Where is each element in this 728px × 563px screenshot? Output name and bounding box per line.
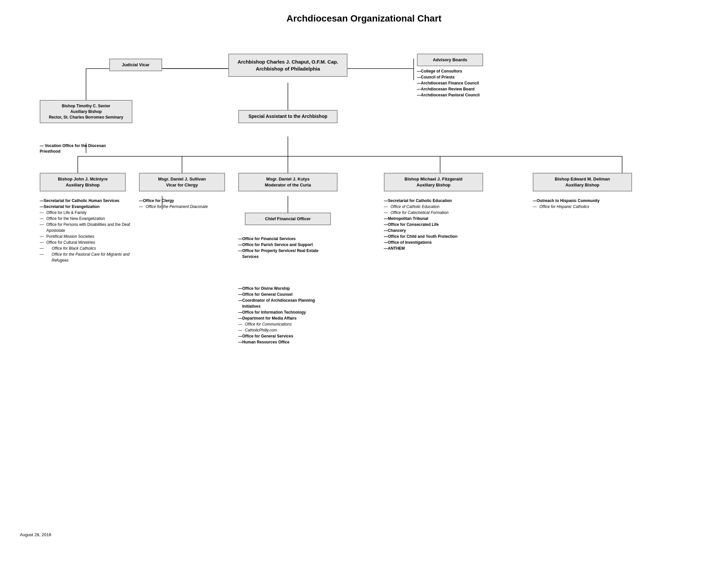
kd-item-1: Office for General Counsel xyxy=(238,292,331,298)
c4-item-2: Office for Catechetical Formation xyxy=(384,210,483,215)
c5-item-0: Outreach to Hispanic Community xyxy=(533,198,625,204)
column5-items: Outreach to Hispanic Community Office fo… xyxy=(533,198,625,210)
bishop-senior-office: — Vocation Office for the Diocesan Pries… xyxy=(40,143,126,154)
sullivan-box: Msgr. Daniel J. Sullivan Vicar for Clerg… xyxy=(139,173,225,191)
kutys-title: Moderator of the Curia xyxy=(243,182,333,188)
bishop-senior-office-label: Vocation Office for the Diocesan Priesth… xyxy=(40,143,106,154)
archbishop-name: Archbishop Charles J. Chaput, O.F.M. Cap… xyxy=(236,58,340,65)
bishop-mcintyre-name: Bishop John J. McIntyre xyxy=(44,176,121,182)
cfo-item-2: Office for Property Services/ Real Estat… xyxy=(238,248,331,259)
kd-item-3: Office for Information Technology xyxy=(238,309,331,315)
special-assistant-box: Special Assistant to the Archbishop xyxy=(238,110,338,123)
kd-item-4: Department for Media Affairs xyxy=(238,315,331,321)
date-label: August 28, 2018 xyxy=(20,532,51,537)
c1-item-0: Secretariat for Catholic Human Services xyxy=(40,198,132,204)
kd-item-6: CatholicPhilly.com xyxy=(238,327,331,333)
kd-item-2: Coordinator of Archdiocesan Planning Ini… xyxy=(238,298,331,309)
kd-item-5: Office for Communications xyxy=(238,321,331,327)
cfo-items: Office for Financial Services Office for… xyxy=(238,236,331,259)
c2-item-0: Office for Clergy xyxy=(139,198,225,204)
c1-item-2: Office for Life & Family xyxy=(40,210,132,215)
column4-items: Secretariat for Catholic Education Offic… xyxy=(384,198,483,251)
advisory-item-2: Council of Priests xyxy=(417,74,516,80)
bishop-senior-box: Bishop Timothy C. Senior Auxiliary Bisho… xyxy=(40,100,132,123)
sullivan-title: Vicar for Clergy xyxy=(144,182,220,188)
c1-item-1: Secretariat for Evangelization xyxy=(40,204,132,210)
c4-item-8: ANTHEM xyxy=(384,245,483,251)
c1-item-8: Office for the Pastoral Care for Migrant… xyxy=(40,251,132,263)
column1-items: Secretariat for Catholic Human Services … xyxy=(40,198,132,263)
page-title: Archdiocesan Organizational Chart xyxy=(20,13,708,24)
column1-list: Secretariat for Catholic Human Services … xyxy=(40,198,132,263)
bishop-senior-name: Bishop Timothy C. Senior xyxy=(44,103,128,109)
c4-item-1: Office of Catholic Education xyxy=(384,204,483,210)
advisory-boards-box: Advisory Boards xyxy=(417,54,483,66)
c1-item-4: Office for Persons with Disabilities and… xyxy=(40,221,132,233)
kutys-box: Msgr. Daniel J. Kutys Moderator of the C… xyxy=(238,173,338,191)
column2-items: Office for Clergy Office for the Permane… xyxy=(139,198,225,210)
advisory-boards-label: Advisory Boards xyxy=(433,57,467,62)
column2-list: Office for Clergy Office for the Permane… xyxy=(139,198,225,210)
c4-item-5: Chancery xyxy=(384,227,483,233)
cfo-box: Chief Financial Officer xyxy=(245,212,331,225)
kd-item-7: Office for General Services xyxy=(238,333,331,339)
c4-item-6: Office for Child and Youth Protection xyxy=(384,233,483,239)
archbishop-title: Archbishop of Philadelphia xyxy=(236,65,340,72)
column5-list: Outreach to Hispanic Community Office fo… xyxy=(533,198,625,210)
fitzgerald-title: Auxiliary Bishop xyxy=(388,182,478,188)
c4-item-0: Secretariat for Catholic Education xyxy=(384,198,483,204)
c1-item-7: Office for Black Catholics xyxy=(40,245,132,251)
kutys-direct-items: Office for Divine Worship Office for Gen… xyxy=(238,286,331,345)
kd-item-0: Office for Divine Worship xyxy=(238,286,331,292)
fitzgerald-name: Bishop Michael J. Fitzgerald xyxy=(388,176,478,182)
judicial-vicar-box: Judicial Vicar xyxy=(109,59,162,71)
advisory-boards-list: College of Consultors Council of Priests… xyxy=(417,68,516,98)
cfo-list: Office for Financial Services Office for… xyxy=(238,236,331,259)
c5-item-1: Office for Hispanic Catholics xyxy=(533,204,625,210)
archbishop-box: Archbishop Charles J. Chaput, O.F.M. Cap… xyxy=(228,54,347,77)
column4-list: Secretariat for Catholic Education Offic… xyxy=(384,198,483,251)
c4-item-3: Metropolitan Tribunal xyxy=(384,215,483,221)
sullivan-name: Msgr. Daniel J. Sullivan xyxy=(144,176,220,182)
c4-item-7: Office of Investigations xyxy=(384,239,483,245)
deliman-box: Bishop Edward M. Deliman Auxiliary Bisho… xyxy=(533,173,632,191)
special-assistant-label: Special Assistant to the Archbishop xyxy=(249,114,328,119)
bishop-senior-title: Auxiliary Bishop xyxy=(44,109,128,115)
c2-item-1: Office for the Permanent Diaconate xyxy=(139,204,225,210)
org-chart: Archbishop Charles J. Chaput, O.F.M. Cap… xyxy=(20,34,708,550)
advisory-item-3: Archdiocesan Finance Council xyxy=(417,80,516,86)
kd-item-8: Human Resources Office xyxy=(238,339,331,345)
fitzgerald-box: Bishop Michael J. Fitzgerald Auxiliary B… xyxy=(384,173,483,191)
cfo-item-0: Office for Financial Services xyxy=(238,236,331,242)
kutys-direct-list: Office for Divine Worship Office for Gen… xyxy=(238,286,331,345)
c1-item-5: Pontifical Mission Societies xyxy=(40,233,132,239)
cfo-label: Chief Financial Officer xyxy=(265,216,311,221)
c1-item-6: Office for Cultural Ministries xyxy=(40,239,132,245)
c1-item-3: Office for the New Evangelization xyxy=(40,215,132,221)
bishop-senior-role: Rector, St. Charles Borromeo Seminary xyxy=(44,115,128,120)
judicial-vicar-label: Judicial Vicar xyxy=(122,62,150,67)
deliman-title: Auxiliary Bishop xyxy=(537,182,627,188)
advisory-item-1: College of Consultors xyxy=(417,68,516,74)
cfo-item-1: Office for Parish Service and Support xyxy=(238,242,331,248)
deliman-name: Bishop Edward M. Deliman xyxy=(537,176,627,182)
c4-item-4: Office for Consecrated Life xyxy=(384,221,483,227)
bishop-mcintyre-title: Auxiliary Bishop xyxy=(44,182,121,188)
advisory-item-5: Archdiocesan Pastoral Council xyxy=(417,92,516,98)
bishop-mcintyre-box: Bishop John J. McIntyre Auxiliary Bishop xyxy=(40,173,126,191)
advisory-item-4: Archdiocesan Review Board xyxy=(417,86,516,92)
kutys-name: Msgr. Daniel J. Kutys xyxy=(243,176,333,182)
advisory-boards-section: Advisory Boards College of Consultors Co… xyxy=(417,54,516,98)
